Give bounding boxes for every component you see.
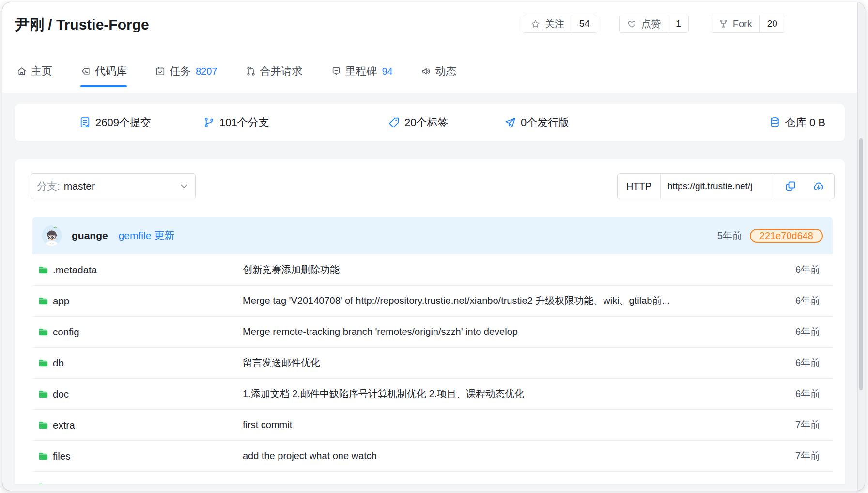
folder-icon — [38, 420, 48, 430]
clone-url-input[interactable]: https://git.trustie.net/j — [661, 174, 775, 199]
commit-icon — [79, 116, 91, 128]
file-name[interactable]: files — [53, 450, 243, 462]
action-count[interactable]: 20 — [760, 15, 785, 32]
action-label-section: Fork — [711, 15, 760, 32]
tab-merge-requests[interactable]: 合并请求 — [246, 65, 303, 78]
activity-icon — [421, 66, 432, 77]
file-name[interactable]: db — [53, 357, 243, 369]
commit-hash-badge[interactable]: 221e70d648 — [750, 229, 823, 243]
repo-action-buttons: 关注54点赞1Fork20 — [523, 15, 785, 33]
table-row[interactable]: doc1.添加文档 2.邮件中缺陷序号计算机制优化 2.项目、课程动态优化6年前 — [32, 378, 833, 409]
table-row-partial[interactable] — [32, 471, 833, 484]
file-name[interactable]: doc — [53, 388, 243, 400]
folder-icon — [38, 389, 48, 399]
tab-count: 8207 — [196, 66, 217, 77]
tab-issues[interactable]: 任务8207 — [155, 65, 217, 78]
table-row[interactable]: extrafirst commit7年前 — [32, 409, 833, 440]
watch-button[interactable]: 关注54 — [523, 15, 597, 33]
action-count[interactable]: 54 — [572, 15, 597, 32]
table-row[interactable]: configMerge remote-tracking branch 'remo… — [32, 316, 833, 347]
action-label-section: 点赞 — [620, 15, 668, 32]
folder-icon — [38, 451, 48, 461]
tab-label: 代码库 — [95, 64, 127, 79]
stat-label: 仓库 0 B — [785, 115, 825, 130]
repo-tabs: 主页代码库任务8207合并请求里程碑94动态 — [16, 65, 457, 78]
folder-icon — [38, 482, 48, 485]
tab-label: 任务 — [170, 64, 191, 79]
action-label-section: 关注 — [523, 15, 572, 32]
table-row[interactable]: appMerge tag 'V20140708' of http://repos… — [32, 285, 833, 316]
tab-activity[interactable]: 动态 — [421, 65, 457, 78]
stat-storage[interactable]: 仓库 0 B — [769, 104, 825, 141]
storage-icon — [769, 116, 781, 128]
file-commit-message[interactable]: 创新竞赛添加删除功能 — [243, 263, 781, 276]
table-row[interactable]: db留言发送邮件优化6年前 — [32, 347, 833, 378]
repo-icon — [80, 66, 91, 77]
avatar[interactable] — [42, 225, 62, 246]
commit-message-link[interactable]: gemfile 更新 — [119, 229, 175, 242]
cloud-download-icon[interactable] — [813, 180, 824, 192]
stat-releases[interactable]: 0个发行版 — [504, 104, 569, 141]
clone-url-group: HTTP https://git.trustie.net/j — [617, 173, 835, 199]
file-commit-message[interactable]: first commit — [243, 419, 781, 430]
scrollbar[interactable] — [857, 2, 865, 491]
file-name[interactable]: extra — [53, 419, 243, 431]
tab-label: 合并请求 — [260, 64, 303, 79]
commit-author[interactable]: guange — [72, 230, 108, 241]
file-commit-message[interactable]: add the project what one watch — [243, 450, 781, 461]
clone-url-text: https://git.trustie.net/j — [667, 181, 752, 191]
protocol-select[interactable]: HTTP — [618, 174, 661, 199]
stat-commits[interactable]: 2609个提交 — [79, 104, 151, 141]
file-commit-message[interactable]: Merge remote-tracking branch 'remotes/or… — [243, 326, 781, 337]
tab-milestones[interactable]: 里程碑94 — [331, 65, 393, 78]
stat-branches[interactable]: 101个分支 — [203, 104, 269, 141]
file-commit-time: 7年前 — [795, 449, 833, 462]
stat-tags[interactable]: 20个标签 — [388, 104, 448, 141]
scrollbar-thumb[interactable] — [859, 138, 863, 390]
file-commit-time: 6年前 — [795, 294, 833, 307]
praise-button[interactable]: 点赞1 — [619, 15, 689, 33]
release-icon — [504, 116, 516, 128]
repo-browser-card: 分支: master HTTP https://git.trustie.net/… — [15, 159, 845, 484]
file-name[interactable]: app — [53, 295, 243, 307]
merge-icon — [246, 66, 256, 77]
branch-selector[interactable]: 分支: master — [31, 173, 196, 199]
file-commit-time: 6年前 — [795, 263, 833, 276]
folder-icon — [38, 265, 48, 275]
app-window: 尹刚 / Trustie-Forge 关注54点赞1Fork20 主页代码库任务… — [2, 2, 865, 491]
table-row[interactable]: .metadata创新竞赛添加删除功能6年前 — [32, 254, 833, 285]
stat-label: 101个分支 — [219, 115, 269, 130]
file-commit-time: 6年前 — [795, 325, 833, 338]
repo-stats-bar: 2609个提交101个分支20个标签0个发行版仓库 0 B — [15, 104, 845, 141]
copy-icon[interactable] — [785, 180, 796, 192]
table-row[interactable]: filesadd the project what one watch7年前 — [32, 440, 833, 471]
tab-count: 94 — [382, 66, 393, 77]
branch-icon — [203, 116, 215, 128]
tab-label: 主页 — [31, 64, 52, 79]
file-commit-time: 6年前 — [795, 356, 833, 369]
folder-icon — [38, 358, 48, 368]
page-title: 尹刚 / Trustie-Forge — [15, 15, 149, 35]
branch-label: 分支: — [37, 179, 60, 193]
fork-button[interactable]: Fork20 — [711, 15, 785, 33]
tab-home[interactable]: 主页 — [16, 65, 52, 78]
file-commit-message[interactable]: Merge tag 'V20140708' of http://reposito… — [243, 294, 781, 307]
file-commit-message[interactable]: 留言发送邮件优化 — [243, 356, 781, 369]
stat-label: 0个发行版 — [521, 115, 569, 130]
fork-icon — [718, 19, 728, 29]
home-icon — [16, 66, 27, 77]
clone-actions — [775, 174, 834, 199]
heart-icon — [627, 19, 637, 29]
file-name[interactable]: config — [53, 326, 243, 338]
action-count[interactable]: 1 — [668, 15, 688, 32]
tasks-icon — [155, 66, 166, 77]
file-table: guange gemfile 更新 5年前 221e70d648 .metada… — [32, 217, 833, 484]
tab-repository[interactable]: 代码库 — [80, 65, 127, 78]
file-name[interactable]: .metadata — [53, 264, 243, 276]
tag-icon — [388, 116, 400, 128]
file-commit-message[interactable]: 1.添加文档 2.邮件中缺陷序号计算机制优化 2.项目、课程动态优化 — [243, 387, 781, 400]
latest-commit-bar: guange gemfile 更新 5年前 221e70d648 — [32, 217, 833, 254]
stat-label: 2609个提交 — [95, 115, 151, 130]
star-icon — [530, 19, 541, 29]
tab-label: 动态 — [435, 64, 457, 79]
